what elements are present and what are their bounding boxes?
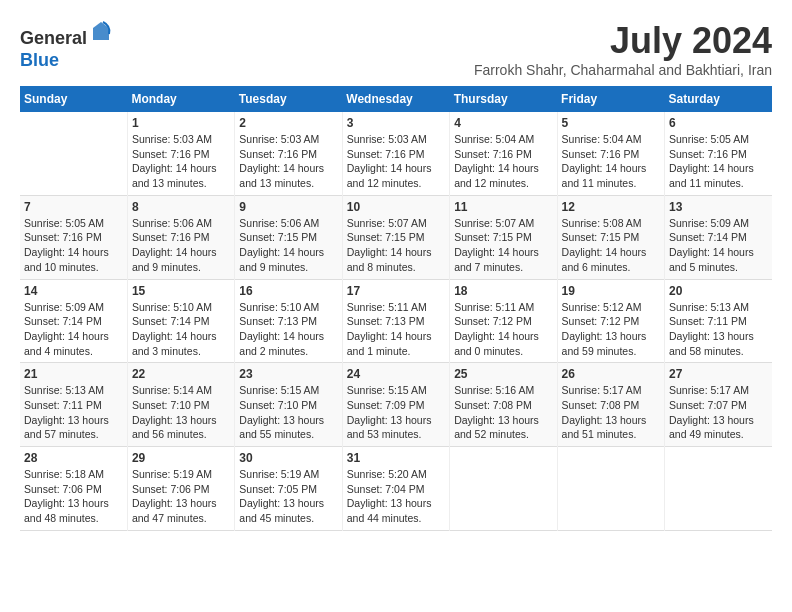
day-number: 22 <box>132 367 230 381</box>
day-number: 11 <box>454 200 552 214</box>
calendar-cell: 19Sunrise: 5:12 AM Sunset: 7:12 PM Dayli… <box>557 279 664 363</box>
day-info: Sunrise: 5:07 AM Sunset: 7:15 PM Dayligh… <box>347 216 445 275</box>
day-info: Sunrise: 5:15 AM Sunset: 7:10 PM Dayligh… <box>239 383 337 442</box>
day-number: 25 <box>454 367 552 381</box>
day-info: Sunrise: 5:04 AM Sunset: 7:16 PM Dayligh… <box>454 132 552 191</box>
day-info: Sunrise: 5:07 AM Sunset: 7:15 PM Dayligh… <box>454 216 552 275</box>
calendar-cell: 5Sunrise: 5:04 AM Sunset: 7:16 PM Daylig… <box>557 112 664 195</box>
day-info: Sunrise: 5:20 AM Sunset: 7:04 PM Dayligh… <box>347 467 445 526</box>
day-info: Sunrise: 5:13 AM Sunset: 7:11 PM Dayligh… <box>669 300 768 359</box>
day-info: Sunrise: 5:10 AM Sunset: 7:13 PM Dayligh… <box>239 300 337 359</box>
calendar-cell: 22Sunrise: 5:14 AM Sunset: 7:10 PM Dayli… <box>127 363 234 447</box>
day-number: 29 <box>132 451 230 465</box>
calendar-cell: 13Sunrise: 5:09 AM Sunset: 7:14 PM Dayli… <box>665 195 772 279</box>
day-info: Sunrise: 5:17 AM Sunset: 7:08 PM Dayligh… <box>562 383 660 442</box>
day-info: Sunrise: 5:16 AM Sunset: 7:08 PM Dayligh… <box>454 383 552 442</box>
day-number: 15 <box>132 284 230 298</box>
day-number: 2 <box>239 116 337 130</box>
day-number: 31 <box>347 451 445 465</box>
calendar-cell: 24Sunrise: 5:15 AM Sunset: 7:09 PM Dayli… <box>342 363 449 447</box>
day-info: Sunrise: 5:11 AM Sunset: 7:13 PM Dayligh… <box>347 300 445 359</box>
calendar-table: SundayMondayTuesdayWednesdayThursdayFrid… <box>20 86 772 531</box>
calendar-cell: 12Sunrise: 5:08 AM Sunset: 7:15 PM Dayli… <box>557 195 664 279</box>
calendar-cell: 30Sunrise: 5:19 AM Sunset: 7:05 PM Dayli… <box>235 447 342 531</box>
calendar-cell: 4Sunrise: 5:04 AM Sunset: 7:16 PM Daylig… <box>450 112 557 195</box>
calendar-cell: 25Sunrise: 5:16 AM Sunset: 7:08 PM Dayli… <box>450 363 557 447</box>
location-subtitle: Farrokh Shahr, Chaharmahal and Bakhtiari… <box>474 62 772 78</box>
day-info: Sunrise: 5:17 AM Sunset: 7:07 PM Dayligh… <box>669 383 768 442</box>
day-number: 26 <box>562 367 660 381</box>
weekday-header: Monday <box>127 86 234 112</box>
calendar-cell: 9Sunrise: 5:06 AM Sunset: 7:15 PM Daylig… <box>235 195 342 279</box>
logo-general: General <box>20 28 87 48</box>
day-info: Sunrise: 5:09 AM Sunset: 7:14 PM Dayligh… <box>24 300 123 359</box>
day-number: 18 <box>454 284 552 298</box>
calendar-cell: 11Sunrise: 5:07 AM Sunset: 7:15 PM Dayli… <box>450 195 557 279</box>
day-number: 12 <box>562 200 660 214</box>
weekday-header: Sunday <box>20 86 127 112</box>
day-number: 16 <box>239 284 337 298</box>
calendar-cell <box>665 447 772 531</box>
day-number: 6 <box>669 116 768 130</box>
calendar-cell: 1Sunrise: 5:03 AM Sunset: 7:16 PM Daylig… <box>127 112 234 195</box>
day-number: 7 <box>24 200 123 214</box>
calendar-week-row: 21Sunrise: 5:13 AM Sunset: 7:11 PM Dayli… <box>20 363 772 447</box>
day-number: 24 <box>347 367 445 381</box>
day-info: Sunrise: 5:14 AM Sunset: 7:10 PM Dayligh… <box>132 383 230 442</box>
day-number: 4 <box>454 116 552 130</box>
day-number: 27 <box>669 367 768 381</box>
logo-blue: Blue <box>20 50 59 70</box>
calendar-week-row: 28Sunrise: 5:18 AM Sunset: 7:06 PM Dayli… <box>20 447 772 531</box>
calendar-cell: 31Sunrise: 5:20 AM Sunset: 7:04 PM Dayli… <box>342 447 449 531</box>
weekday-header: Wednesday <box>342 86 449 112</box>
day-number: 3 <box>347 116 445 130</box>
day-number: 13 <box>669 200 768 214</box>
calendar-cell: 21Sunrise: 5:13 AM Sunset: 7:11 PM Dayli… <box>20 363 127 447</box>
day-info: Sunrise: 5:05 AM Sunset: 7:16 PM Dayligh… <box>24 216 123 275</box>
day-number: 20 <box>669 284 768 298</box>
weekday-header: Friday <box>557 86 664 112</box>
day-number: 8 <box>132 200 230 214</box>
day-number: 5 <box>562 116 660 130</box>
day-info: Sunrise: 5:03 AM Sunset: 7:16 PM Dayligh… <box>347 132 445 191</box>
calendar-cell <box>450 447 557 531</box>
calendar-cell: 15Sunrise: 5:10 AM Sunset: 7:14 PM Dayli… <box>127 279 234 363</box>
day-number: 17 <box>347 284 445 298</box>
weekday-header: Saturday <box>665 86 772 112</box>
title-block: July 2024 Farrokh Shahr, Chaharmahal and… <box>474 20 772 78</box>
day-number: 23 <box>239 367 337 381</box>
calendar-cell: 28Sunrise: 5:18 AM Sunset: 7:06 PM Dayli… <box>20 447 127 531</box>
day-info: Sunrise: 5:10 AM Sunset: 7:14 PM Dayligh… <box>132 300 230 359</box>
calendar-week-row: 1Sunrise: 5:03 AM Sunset: 7:16 PM Daylig… <box>20 112 772 195</box>
calendar-cell: 8Sunrise: 5:06 AM Sunset: 7:16 PM Daylig… <box>127 195 234 279</box>
day-info: Sunrise: 5:18 AM Sunset: 7:06 PM Dayligh… <box>24 467 123 526</box>
calendar-cell <box>557 447 664 531</box>
calendar-cell: 17Sunrise: 5:11 AM Sunset: 7:13 PM Dayli… <box>342 279 449 363</box>
calendar-cell <box>20 112 127 195</box>
calendar-cell: 18Sunrise: 5:11 AM Sunset: 7:12 PM Dayli… <box>450 279 557 363</box>
day-info: Sunrise: 5:06 AM Sunset: 7:16 PM Dayligh… <box>132 216 230 275</box>
calendar-cell: 10Sunrise: 5:07 AM Sunset: 7:15 PM Dayli… <box>342 195 449 279</box>
day-number: 9 <box>239 200 337 214</box>
weekday-header: Thursday <box>450 86 557 112</box>
day-info: Sunrise: 5:08 AM Sunset: 7:15 PM Dayligh… <box>562 216 660 275</box>
page-header: General Blue July 2024 Farrokh Shahr, Ch… <box>20 20 772 78</box>
day-info: Sunrise: 5:06 AM Sunset: 7:15 PM Dayligh… <box>239 216 337 275</box>
calendar-cell: 14Sunrise: 5:09 AM Sunset: 7:14 PM Dayli… <box>20 279 127 363</box>
day-info: Sunrise: 5:15 AM Sunset: 7:09 PM Dayligh… <box>347 383 445 442</box>
day-info: Sunrise: 5:04 AM Sunset: 7:16 PM Dayligh… <box>562 132 660 191</box>
calendar-cell: 23Sunrise: 5:15 AM Sunset: 7:10 PM Dayli… <box>235 363 342 447</box>
day-number: 14 <box>24 284 123 298</box>
weekday-header-row: SundayMondayTuesdayWednesdayThursdayFrid… <box>20 86 772 112</box>
logo: General Blue <box>20 20 113 71</box>
calendar-cell: 26Sunrise: 5:17 AM Sunset: 7:08 PM Dayli… <box>557 363 664 447</box>
day-number: 1 <box>132 116 230 130</box>
calendar-cell: 6Sunrise: 5:05 AM Sunset: 7:16 PM Daylig… <box>665 112 772 195</box>
day-info: Sunrise: 5:05 AM Sunset: 7:16 PM Dayligh… <box>669 132 768 191</box>
calendar-cell: 7Sunrise: 5:05 AM Sunset: 7:16 PM Daylig… <box>20 195 127 279</box>
calendar-cell: 27Sunrise: 5:17 AM Sunset: 7:07 PM Dayli… <box>665 363 772 447</box>
day-number: 28 <box>24 451 123 465</box>
weekday-header: Tuesday <box>235 86 342 112</box>
day-info: Sunrise: 5:13 AM Sunset: 7:11 PM Dayligh… <box>24 383 123 442</box>
day-info: Sunrise: 5:19 AM Sunset: 7:06 PM Dayligh… <box>132 467 230 526</box>
